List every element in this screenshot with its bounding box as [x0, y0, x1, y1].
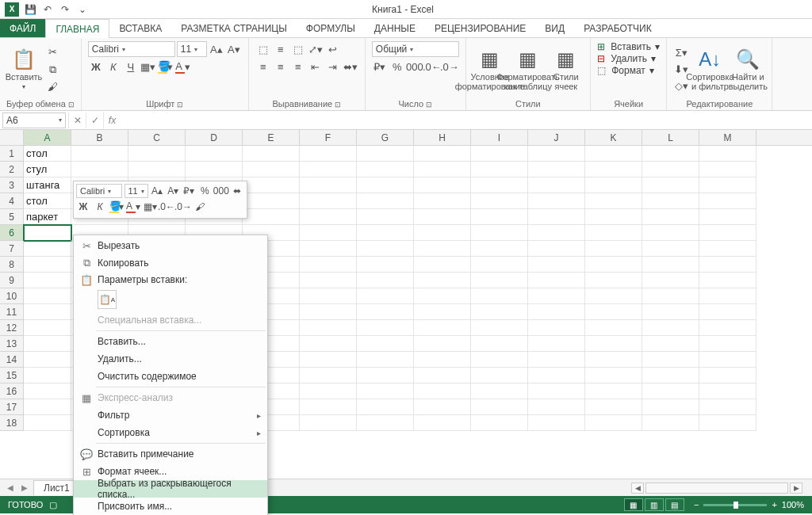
cut-button[interactable]: ✂ — [44, 44, 60, 60]
cell-L4[interactable] — [642, 193, 699, 209]
cell-K12[interactable] — [585, 320, 642, 336]
cell-I10[interactable] — [471, 288, 528, 304]
cell-K16[interactable] — [585, 383, 642, 399]
cell-F11[interactable] — [300, 304, 357, 320]
view-page-break[interactable]: ▤ — [665, 498, 684, 511]
find-select-button[interactable]: 🔍Найти и выделить — [730, 44, 765, 96]
cell-G1[interactable] — [357, 146, 414, 162]
cell-A11[interactable] — [24, 304, 71, 320]
cell-J14[interactable] — [528, 352, 585, 368]
cell-A7[interactable] — [24, 241, 71, 257]
cell-L15[interactable] — [642, 368, 699, 383]
cell-F13[interactable] — [300, 336, 357, 352]
cell-H6[interactable] — [414, 225, 471, 241]
comma-button[interactable]: 000 — [407, 59, 423, 74]
font-color-button[interactable]: A▾ — [175, 59, 191, 74]
number-format-combo[interactable]: Общий▾ — [372, 41, 459, 57]
cell-L18[interactable] — [642, 415, 699, 431]
cell-G6[interactable] — [357, 225, 414, 241]
cell-B2[interactable] — [71, 162, 128, 177]
increase-font-button[interactable]: A▴ — [209, 41, 224, 57]
col-head-F[interactable]: F — [300, 130, 357, 145]
cell-H16[interactable] — [414, 383, 471, 399]
format-cells-button[interactable]: ⬚ Формат ▾ — [597, 65, 654, 76]
col-head-M[interactable]: M — [699, 130, 756, 145]
tab-page-layout[interactable]: РАЗМЕТКА СТРАНИЦЫ — [171, 19, 297, 37]
ctx-clear[interactable]: Очистить содержимое — [74, 368, 267, 385]
mini-size-combo[interactable]: 11▾ — [124, 184, 148, 198]
align-bottom[interactable]: ⬚ — [290, 41, 306, 57]
cell-D1[interactable] — [186, 146, 243, 162]
cell-G4[interactable] — [357, 193, 414, 209]
cell-M5[interactable] — [699, 209, 756, 225]
font-name-combo[interactable]: Calibri▾ — [88, 41, 175, 57]
macro-record-icon[interactable]: ▢ — [49, 500, 57, 510]
cell-H7[interactable] — [414, 241, 471, 257]
cell-M17[interactable] — [699, 399, 756, 415]
cell-G2[interactable] — [357, 162, 414, 177]
cell-J11[interactable] — [528, 304, 585, 320]
decrease-font-button[interactable]: A▾ — [226, 41, 242, 57]
cell-F16[interactable] — [300, 383, 357, 399]
cell-A3[interactable]: штанга — [24, 177, 71, 193]
cell-G7[interactable] — [357, 241, 414, 257]
align-center[interactable]: ≡ — [273, 59, 289, 74]
cell-H17[interactable] — [414, 399, 471, 415]
ctx-insert[interactable]: Вставить... — [74, 333, 267, 350]
cell-I16[interactable] — [471, 383, 528, 399]
cell-H5[interactable] — [414, 209, 471, 225]
cell-I12[interactable] — [471, 320, 528, 336]
zoom-out-button[interactable]: − — [694, 500, 699, 509]
row-head-9[interactable]: 9 — [0, 273, 24, 288]
row-head-1[interactable]: 1 — [0, 146, 24, 162]
col-head-E[interactable]: E — [243, 130, 300, 145]
cell-E5[interactable] — [243, 209, 300, 225]
cell-L13[interactable] — [642, 336, 699, 352]
cell-M12[interactable] — [699, 320, 756, 336]
cell-G9[interactable] — [357, 273, 414, 288]
row-head-14[interactable]: 14 — [0, 352, 24, 368]
cell-M16[interactable] — [699, 383, 756, 399]
cell-J4[interactable] — [528, 193, 585, 209]
insert-cells-button[interactable]: ⊞ Вставить ▾ — [597, 41, 661, 52]
cell-J18[interactable] — [528, 415, 585, 431]
cell-F7[interactable] — [300, 241, 357, 257]
cell-J3[interactable] — [528, 177, 585, 193]
cell-H1[interactable] — [414, 146, 471, 162]
wrap-text-button[interactable]: ↩ — [325, 41, 341, 57]
cell-G14[interactable] — [357, 352, 414, 368]
cell-G16[interactable] — [357, 383, 414, 399]
paste-button[interactable]: 📋Вставить▾ — [6, 44, 41, 96]
cell-F17[interactable] — [300, 399, 357, 415]
cell-F15[interactable] — [300, 368, 357, 383]
cell-G15[interactable] — [357, 368, 414, 383]
autosum-button[interactable]: Σ▾ — [673, 45, 689, 61]
cancel-formula-icon[interactable]: ✕ — [68, 113, 86, 128]
cell-H10[interactable] — [414, 288, 471, 304]
cell-B1[interactable] — [71, 146, 128, 162]
cell-A4[interactable]: стол — [24, 193, 71, 209]
cell-G12[interactable] — [357, 320, 414, 336]
cell-G11[interactable] — [357, 304, 414, 320]
orientation-button[interactable]: ⤢▾ — [308, 41, 324, 57]
cell-G5[interactable] — [357, 209, 414, 225]
ctx-insert-comment[interactable]: 💬Вставить примечание — [74, 445, 267, 463]
col-head-L[interactable]: L — [642, 130, 699, 145]
cell-H11[interactable] — [414, 304, 471, 320]
mini-font-combo[interactable]: Calibri▾ — [76, 184, 122, 198]
cell-E3[interactable] — [243, 177, 300, 193]
cell-A18[interactable] — [24, 415, 71, 431]
cell-C1[interactable] — [128, 146, 186, 162]
cell-J2[interactable] — [528, 162, 585, 177]
col-head-G[interactable]: G — [357, 130, 414, 145]
cell-I18[interactable] — [471, 415, 528, 431]
row-head-12[interactable]: 12 — [0, 320, 24, 336]
font-size-combo[interactable]: 11▾ — [177, 41, 207, 57]
col-head-H[interactable]: H — [414, 130, 471, 145]
row-head-5[interactable]: 5 — [0, 209, 24, 225]
cell-J6[interactable] — [528, 225, 585, 241]
increase-decimal[interactable]: .0← — [424, 59, 440, 74]
cell-K10[interactable] — [585, 288, 642, 304]
cell-M14[interactable] — [699, 352, 756, 368]
cell-H4[interactable] — [414, 193, 471, 209]
